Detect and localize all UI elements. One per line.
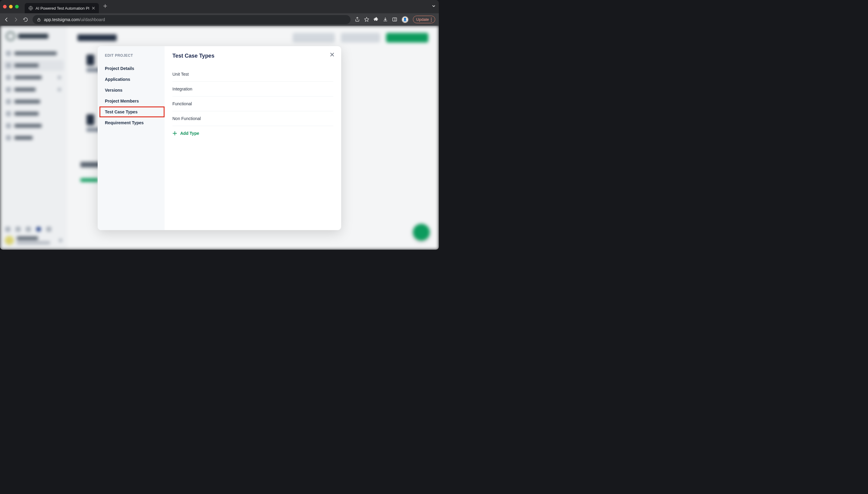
add-type-button[interactable]: Add Type (172, 126, 333, 140)
window-close-button[interactable] (3, 5, 7, 8)
forward-button[interactable] (13, 17, 19, 22)
download-icon[interactable] (383, 17, 388, 22)
back-button[interactable] (4, 17, 9, 22)
modal-sidebar-title: EDIT PROJECT (98, 53, 164, 58)
window-minimize-button[interactable] (9, 5, 13, 8)
reload-button[interactable] (23, 17, 28, 22)
lock-icon (37, 18, 41, 22)
browser-tab[interactable]: AI Powered Test Automation Pl (25, 3, 99, 13)
window-maximize-button[interactable] (15, 5, 19, 8)
app-viewport: EDIT PROJECT Project Details Application… (0, 26, 439, 250)
close-icon (330, 52, 335, 57)
svg-point-5 (431, 20, 432, 21)
svg-rect-1 (38, 19, 40, 21)
bookmark-icon[interactable] (364, 17, 369, 22)
nav-versions[interactable]: Versions (98, 85, 164, 96)
url-text: app.testsigma.com/ui/dashboard (44, 17, 105, 22)
modal-overlay[interactable]: EDIT PROJECT Project Details Application… (0, 26, 439, 250)
nav-project-details[interactable]: Project Details (98, 63, 164, 74)
svg-rect-2 (393, 18, 397, 21)
modal-close-button[interactable] (330, 52, 335, 58)
edit-project-modal: EDIT PROJECT Project Details Application… (98, 46, 341, 230)
window-controls (3, 5, 19, 8)
type-list: Unit Test Integration Functional Non Fun… (172, 67, 333, 126)
nav-requirement-types[interactable]: Requirement Types (98, 117, 164, 128)
nav-test-case-types[interactable]: Test Case Types (99, 107, 164, 117)
type-item[interactable]: Unit Test (172, 67, 333, 82)
nav-project-members[interactable]: Project Members (98, 96, 164, 107)
modal-nav: Project Details Applications Versions Pr… (98, 63, 164, 128)
modal-sidebar: EDIT PROJECT Project Details Application… (98, 46, 164, 230)
new-tab-button[interactable] (103, 4, 107, 10)
nav-applications[interactable]: Applications (98, 74, 164, 85)
panel-icon[interactable] (392, 17, 397, 22)
extensions-icon[interactable] (373, 17, 378, 22)
type-item[interactable]: Non Functional (172, 111, 333, 126)
tab-close-icon[interactable] (92, 6, 95, 10)
tab-title: AI Powered Test Automation Pl (36, 6, 89, 11)
add-type-label: Add Type (180, 131, 199, 136)
address-bar[interactable]: app.testsigma.com/ui/dashboard (33, 15, 351, 24)
svg-point-3 (431, 18, 432, 18)
update-label: Update (416, 17, 429, 22)
modal-body: Test Case Types Unit Test Integration Fu… (164, 46, 341, 230)
tabs-dropdown-button[interactable] (432, 4, 436, 10)
share-icon[interactable] (355, 17, 360, 22)
modal-title: Test Case Types (172, 53, 333, 59)
update-button[interactable]: Update (413, 16, 435, 23)
plus-icon (172, 131, 177, 136)
globe-icon (28, 6, 33, 11)
svg-point-4 (431, 19, 432, 20)
more-vertical-icon (431, 18, 432, 22)
type-item[interactable]: Functional (172, 96, 333, 111)
browser-tab-strip: AI Powered Test Automation Pl (0, 0, 439, 13)
browser-toolbar: app.testsigma.com/ui/dashboard 👤 Update (0, 13, 439, 26)
profile-avatar[interactable]: 👤 (401, 16, 409, 23)
toolbar-actions: 👤 Update (355, 16, 435, 23)
type-item[interactable]: Integration (172, 82, 333, 96)
